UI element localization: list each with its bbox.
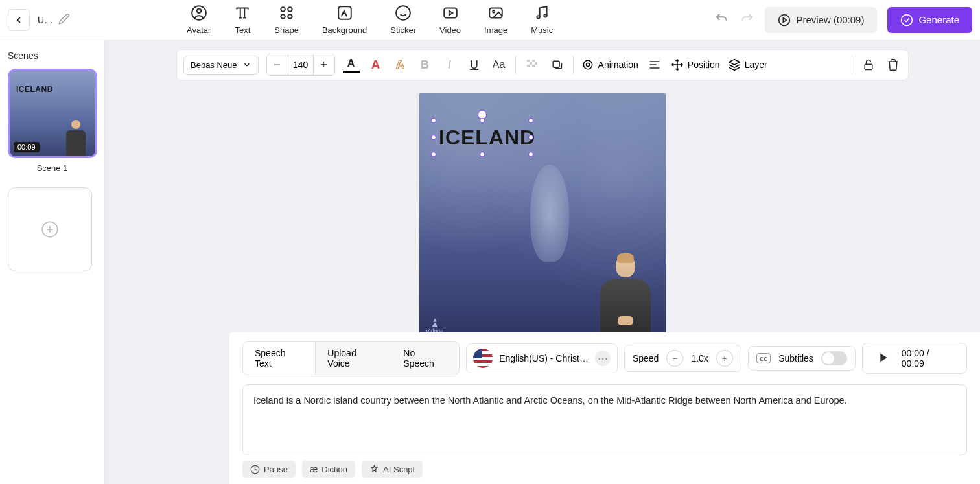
svg-point-1	[196, 9, 201, 14]
svg-rect-19	[527, 65, 530, 67]
image-label: Image	[484, 25, 508, 35]
diction-button[interactable]: æ Diction	[302, 461, 355, 478]
speech-panel: Speech Text Upload Voice No Speech Engli…	[229, 332, 980, 484]
lock-icon[interactable]	[860, 58, 877, 71]
speech-text-input[interactable]: Iceland is a Nordic island country betwe…	[242, 384, 967, 455]
cc-icon: cc	[756, 353, 771, 363]
opacity-icon[interactable]	[524, 58, 541, 71]
background-tool[interactable]: Background	[322, 5, 367, 35]
redo-icon[interactable]	[740, 12, 754, 29]
handle-mr[interactable]	[528, 135, 533, 140]
svg-point-10	[493, 10, 495, 12]
font-size-control: − 140 +	[266, 54, 335, 76]
svg-point-23	[586, 63, 589, 67]
diction-label: Diction	[321, 465, 347, 474]
animation-button[interactable]: Animation	[581, 58, 638, 71]
text-case-icon[interactable]: Aa	[491, 59, 508, 71]
align-icon[interactable]	[646, 58, 663, 71]
canvas-avatar[interactable]	[593, 255, 658, 340]
background-label: Background	[322, 25, 367, 35]
preview-button[interactable]: Preview (00:09)	[765, 7, 877, 33]
back-button[interactable]	[8, 9, 30, 31]
decrease-speed-button[interactable]: −	[666, 350, 683, 367]
handle-ml[interactable]	[431, 135, 436, 140]
video-tool[interactable]: Video	[439, 5, 461, 35]
shadow-icon[interactable]	[548, 58, 565, 71]
svg-point-5	[288, 14, 292, 18]
layer-label: Layer	[745, 60, 767, 70]
svg-point-12	[544, 14, 546, 17]
svg-point-13	[779, 14, 790, 25]
handle-br[interactable]	[528, 152, 533, 157]
svg-point-2	[281, 7, 285, 11]
avatar-tool[interactable]: Avatar	[187, 5, 211, 35]
text-tool[interactable]: Text	[234, 5, 251, 35]
pause-label: Pause	[264, 465, 288, 474]
edit-title-icon[interactable]	[58, 13, 70, 27]
us-flag-icon	[473, 349, 493, 368]
speed-value: 1.0x	[691, 353, 708, 363]
subtitle-toggle[interactable]	[821, 351, 847, 365]
scene-duration: 00:09	[14, 142, 40, 152]
pause-button[interactable]: Pause	[242, 461, 296, 478]
delete-icon[interactable]	[885, 58, 902, 71]
scene-1-thumbnail[interactable]: ICELAND 00:09	[8, 69, 97, 158]
handle-tl[interactable]	[431, 118, 436, 123]
tab-speech-text[interactable]: Speech Text	[243, 342, 316, 375]
svg-rect-21	[553, 61, 559, 67]
sticker-label: Sticker	[390, 25, 416, 35]
tab-no-speech[interactable]: No Speech	[391, 342, 459, 375]
scene-thumb-text: ICELAND	[16, 85, 53, 94]
selection-box[interactable]	[434, 121, 531, 154]
handle-tc[interactable]	[480, 118, 485, 123]
decrease-size-button[interactable]: −	[267, 54, 288, 75]
music-tool[interactable]: Music	[531, 5, 553, 35]
project-title: U…	[38, 15, 52, 25]
handle-tr[interactable]	[528, 118, 533, 123]
svg-rect-20	[532, 65, 535, 67]
position-button[interactable]: Position	[671, 58, 720, 71]
shape-tool[interactable]: Shape	[274, 5, 299, 35]
svg-rect-8	[444, 8, 457, 17]
shape-label: Shape	[274, 25, 299, 35]
voice-more-icon[interactable]: ⋯	[595, 351, 611, 366]
undo-icon[interactable]	[714, 12, 729, 29]
ai-script-button[interactable]: AI Script	[362, 461, 423, 478]
playback-time: 00:00 / 00:09	[902, 348, 953, 369]
increase-speed-button[interactable]: +	[716, 350, 733, 367]
play-button[interactable]	[876, 351, 890, 367]
subtitle-control: cc Subtitles	[748, 346, 856, 371]
svg-point-3	[288, 7, 292, 11]
svg-rect-16	[532, 60, 535, 62]
voice-select[interactable]: English(US) - Christ… ⋯	[466, 343, 618, 373]
bold-icon[interactable]: B	[417, 58, 434, 72]
image-tool[interactable]: Image	[484, 5, 508, 35]
video-label: Video	[439, 25, 461, 35]
handle-bc[interactable]	[480, 152, 485, 157]
svg-rect-9	[489, 8, 502, 17]
playback-control: 00:00 / 00:09	[862, 343, 967, 374]
italic-icon[interactable]: I	[441, 58, 458, 72]
music-label: Music	[531, 25, 553, 35]
text-label: Text	[235, 25, 250, 35]
animation-label: Animation	[598, 60, 638, 70]
canvas[interactable]: ICELAND Vidnoz	[419, 93, 666, 340]
sticker-tool[interactable]: Sticker	[390, 5, 416, 35]
svg-rect-18	[535, 62, 537, 65]
layer-button[interactable]: Layer	[728, 58, 767, 71]
tab-upload-voice[interactable]: Upload Voice	[316, 342, 391, 375]
preview-label: Preview (00:09)	[796, 14, 864, 25]
add-scene-button[interactable]	[8, 187, 92, 271]
increase-size-button[interactable]: +	[314, 54, 334, 75]
font-select[interactable]: Bebas Neue	[183, 56, 259, 75]
underline-icon[interactable]: U	[466, 58, 483, 72]
text-format-toolbar: Bebas Neue − 140 + A A A B I U Aa	[176, 49, 909, 80]
highlight-color-icon[interactable]: A	[368, 58, 384, 72]
text-color-icon[interactable]: A	[343, 58, 360, 73]
text-outline-icon[interactable]: A	[392, 58, 409, 72]
handle-bl[interactable]	[431, 152, 436, 157]
font-size-value[interactable]: 140	[288, 54, 314, 75]
svg-rect-15	[527, 60, 530, 62]
generate-button[interactable]: Generate	[887, 7, 972, 33]
scenes-title: Scenes	[8, 51, 97, 61]
